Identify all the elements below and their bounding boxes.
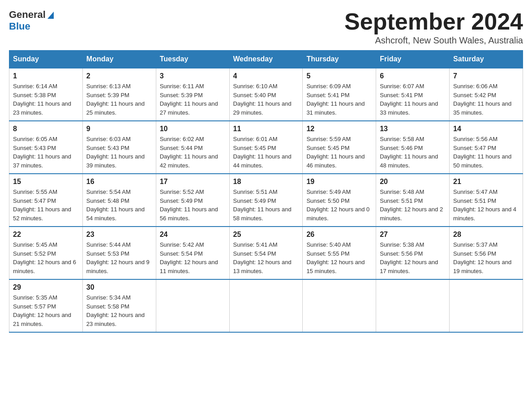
day-info: Sunrise: 5:56 AMSunset: 5:47 PMDaylight:… (453, 135, 519, 170)
day-info: Sunrise: 5:45 AMSunset: 5:52 PMDaylight:… (13, 240, 79, 275)
day-number: 27 (380, 231, 446, 239)
day-info: Sunrise: 5:51 AMSunset: 5:49 PMDaylight:… (233, 188, 299, 223)
calendar-cell: 1Sunrise: 6:14 AMSunset: 5:38 PMDaylight… (9, 68, 83, 121)
calendar-cell: 29Sunrise: 5:35 AMSunset: 5:57 PMDayligh… (9, 279, 83, 332)
calendar-header-row: SundayMondayTuesdayWednesdayThursdayFrid… (9, 51, 523, 68)
calendar-week-row: 29Sunrise: 5:35 AMSunset: 5:57 PMDayligh… (9, 279, 523, 332)
day-number: 4 (233, 72, 299, 80)
calendar-cell: 19Sunrise: 5:49 AMSunset: 5:50 PMDayligh… (303, 174, 376, 227)
day-number: 29 (13, 283, 79, 291)
weekday-header-wednesday: Wednesday (229, 51, 303, 68)
weekday-header-tuesday: Tuesday (156, 51, 229, 68)
day-number: 17 (160, 178, 226, 186)
calendar-cell: 8Sunrise: 6:05 AMSunset: 5:43 PMDaylight… (9, 121, 83, 174)
day-info: Sunrise: 6:09 AMSunset: 5:41 PMDaylight:… (306, 82, 372, 117)
calendar-cell: 4Sunrise: 6:10 AMSunset: 5:40 PMDaylight… (229, 68, 303, 121)
calendar-week-row: 22Sunrise: 5:45 AMSunset: 5:52 PMDayligh… (9, 227, 523, 279)
day-number: 7 (453, 72, 519, 80)
day-number: 12 (306, 125, 372, 133)
calendar-cell: 26Sunrise: 5:40 AMSunset: 5:55 PMDayligh… (303, 227, 376, 279)
day-number: 6 (380, 72, 446, 80)
day-info: Sunrise: 5:58 AMSunset: 5:46 PMDaylight:… (380, 135, 446, 170)
calendar-cell: 14Sunrise: 5:56 AMSunset: 5:47 PMDayligh… (450, 121, 523, 174)
day-info: Sunrise: 6:10 AMSunset: 5:40 PMDaylight:… (233, 82, 299, 117)
weekday-header-saturday: Saturday (450, 51, 523, 68)
day-number: 14 (453, 125, 519, 133)
logo-general-text: General (9, 9, 46, 21)
day-info: Sunrise: 5:47 AMSunset: 5:51 PMDaylight:… (453, 188, 519, 223)
calendar-cell: 2Sunrise: 6:13 AMSunset: 5:39 PMDaylight… (82, 68, 156, 121)
calendar-cell: 15Sunrise: 5:55 AMSunset: 5:47 PMDayligh… (9, 174, 83, 227)
calendar-cell: 7Sunrise: 6:06 AMSunset: 5:42 PMDaylight… (450, 68, 523, 121)
day-number: 19 (306, 178, 372, 186)
day-number: 25 (233, 231, 299, 239)
day-number: 18 (233, 178, 299, 186)
calendar-week-row: 8Sunrise: 6:05 AMSunset: 5:43 PMDaylight… (9, 121, 523, 174)
calendar-cell: 9Sunrise: 6:03 AMSunset: 5:43 PMDaylight… (82, 121, 156, 174)
svg-marker-0 (47, 12, 54, 19)
day-info: Sunrise: 5:38 AMSunset: 5:56 PMDaylight:… (380, 240, 446, 275)
calendar-cell: 28Sunrise: 5:37 AMSunset: 5:56 PMDayligh… (450, 227, 523, 279)
calendar-cell (450, 279, 523, 332)
calendar-cell: 10Sunrise: 6:02 AMSunset: 5:44 PMDayligh… (156, 121, 229, 174)
day-number: 1 (13, 72, 79, 80)
day-number: 15 (13, 178, 79, 186)
calendar-cell: 27Sunrise: 5:38 AMSunset: 5:56 PMDayligh… (376, 227, 450, 279)
day-info: Sunrise: 5:40 AMSunset: 5:55 PMDaylight:… (306, 240, 372, 275)
day-info: Sunrise: 5:54 AMSunset: 5:48 PMDaylight:… (86, 188, 152, 223)
page-header: General Blue September 2024 Ashcroft, Ne… (9, 9, 523, 46)
day-info: Sunrise: 5:55 AMSunset: 5:47 PMDaylight:… (13, 188, 79, 223)
day-info: Sunrise: 6:11 AMSunset: 5:39 PMDaylight:… (160, 82, 226, 117)
weekday-header-friday: Friday (376, 51, 450, 68)
calendar-cell: 11Sunrise: 6:01 AMSunset: 5:45 PMDayligh… (229, 121, 303, 174)
calendar-week-row: 1Sunrise: 6:14 AMSunset: 5:38 PMDaylight… (9, 68, 523, 121)
day-info: Sunrise: 5:52 AMSunset: 5:49 PMDaylight:… (160, 188, 226, 223)
day-info: Sunrise: 5:42 AMSunset: 5:54 PMDaylight:… (160, 240, 226, 275)
calendar-cell: 13Sunrise: 5:58 AMSunset: 5:46 PMDayligh… (376, 121, 450, 174)
day-number: 8 (13, 125, 79, 133)
day-info: Sunrise: 5:37 AMSunset: 5:56 PMDaylight:… (453, 240, 519, 275)
day-number: 16 (86, 178, 152, 186)
day-info: Sunrise: 6:14 AMSunset: 5:38 PMDaylight:… (13, 82, 79, 117)
day-number: 11 (233, 125, 299, 133)
day-info: Sunrise: 6:06 AMSunset: 5:42 PMDaylight:… (453, 82, 519, 117)
day-number: 9 (86, 125, 152, 133)
logo-triangle-icon (46, 10, 56, 20)
day-info: Sunrise: 5:34 AMSunset: 5:58 PMDaylight:… (86, 293, 152, 328)
logo: General Blue (9, 9, 56, 32)
day-info: Sunrise: 5:44 AMSunset: 5:53 PMDaylight:… (86, 240, 152, 275)
day-info: Sunrise: 5:48 AMSunset: 5:51 PMDaylight:… (380, 188, 446, 223)
day-number: 22 (13, 231, 79, 239)
calendar-cell: 25Sunrise: 5:41 AMSunset: 5:54 PMDayligh… (229, 227, 303, 279)
calendar-cell: 22Sunrise: 5:45 AMSunset: 5:52 PMDayligh… (9, 227, 83, 279)
day-info: Sunrise: 6:07 AMSunset: 5:41 PMDaylight:… (380, 82, 446, 117)
calendar-week-row: 15Sunrise: 5:55 AMSunset: 5:47 PMDayligh… (9, 174, 523, 227)
calendar-cell: 16Sunrise: 5:54 AMSunset: 5:48 PMDayligh… (82, 174, 156, 227)
day-number: 5 (306, 72, 372, 80)
title-area: September 2024 Ashcroft, New South Wales… (344, 9, 523, 46)
month-title: September 2024 (344, 9, 523, 34)
weekday-header-thursday: Thursday (303, 51, 376, 68)
weekday-header-sunday: Sunday (9, 51, 83, 68)
calendar-cell: 21Sunrise: 5:47 AMSunset: 5:51 PMDayligh… (450, 174, 523, 227)
logo-blue-text: Blue (9, 21, 56, 32)
calendar-cell: 17Sunrise: 5:52 AMSunset: 5:49 PMDayligh… (156, 174, 229, 227)
day-info: Sunrise: 6:01 AMSunset: 5:45 PMDaylight:… (233, 135, 299, 170)
day-info: Sunrise: 6:02 AMSunset: 5:44 PMDaylight:… (160, 135, 226, 170)
calendar-cell: 3Sunrise: 6:11 AMSunset: 5:39 PMDaylight… (156, 68, 229, 121)
day-number: 10 (160, 125, 226, 133)
day-info: Sunrise: 6:03 AMSunset: 5:43 PMDaylight:… (86, 135, 152, 170)
calendar-cell: 5Sunrise: 6:09 AMSunset: 5:41 PMDaylight… (303, 68, 376, 121)
calendar-cell: 24Sunrise: 5:42 AMSunset: 5:54 PMDayligh… (156, 227, 229, 279)
calendar-cell (376, 279, 450, 332)
day-info: Sunrise: 6:05 AMSunset: 5:43 PMDaylight:… (13, 135, 79, 170)
day-info: Sunrise: 5:59 AMSunset: 5:45 PMDaylight:… (306, 135, 372, 170)
day-info: Sunrise: 6:13 AMSunset: 5:39 PMDaylight:… (86, 82, 152, 117)
calendar-cell: 23Sunrise: 5:44 AMSunset: 5:53 PMDayligh… (82, 227, 156, 279)
calendar-cell: 6Sunrise: 6:07 AMSunset: 5:41 PMDaylight… (376, 68, 450, 121)
day-info: Sunrise: 5:41 AMSunset: 5:54 PMDaylight:… (233, 240, 299, 275)
day-number: 30 (86, 283, 152, 291)
day-number: 24 (160, 231, 226, 239)
day-number: 23 (86, 231, 152, 239)
day-number: 3 (160, 72, 226, 80)
